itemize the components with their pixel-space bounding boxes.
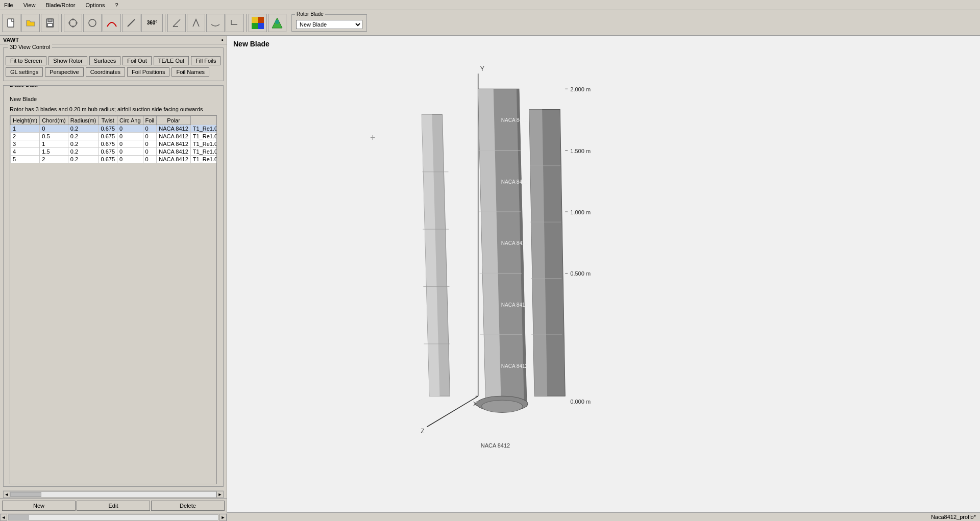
curve2-btn[interactable]: [122, 14, 140, 32]
table-cell: 1: [11, 125, 40, 133]
table-row[interactable]: 520.20.67500NACA 8412T1_Re1.000_M0...: [11, 156, 217, 163]
table-cell: 0: [143, 133, 157, 140]
scroll-right-btn[interactable]: ►: [216, 491, 224, 498]
new-file-btn[interactable]: [2, 14, 20, 32]
menu-view[interactable]: View: [21, 2, 38, 8]
col-foil: Foil: [143, 116, 157, 125]
table-cell: NACA 8412: [157, 133, 190, 140]
blade-selector[interactable]: New Blade: [296, 20, 362, 29]
foil-names-btn[interactable]: Foil Names: [172, 67, 209, 77]
new-btn[interactable]: New: [2, 501, 76, 511]
table-cell: T1_Re1.000_M0...: [190, 133, 217, 140]
status-text: Naca8412_proflo*: [931, 514, 976, 520]
table-row[interactable]: 100.20.67500NACA 8412T1_Re1.000_M0...: [11, 125, 217, 133]
right-panel: New Blade + Y X Z: [227, 36, 980, 521]
foil-btn1[interactable]: [167, 14, 186, 32]
table-cell: 0.675: [99, 133, 117, 140]
delete-btn[interactable]: Delete: [151, 501, 225, 511]
table-cell: 0: [117, 125, 143, 133]
360-btn[interactable]: 360°: [141, 14, 163, 32]
view-btn-row1: Fit to Screen Show Rotor Surfaces Foil O…: [6, 56, 221, 65]
blade-table-wrapper: Height(m) Chord(m) Radius(m) Twist Circ …: [10, 115, 217, 484]
panel-title: VAWT: [3, 37, 19, 43]
menu-blade-rotor[interactable]: Blade/Rotor: [43, 2, 77, 8]
svg-line-21: [427, 396, 478, 427]
blade-table-body: 100.20.67500NACA 8412T1_Re1.000_M0...20.…: [11, 125, 217, 163]
col-chord: Chord(m): [40, 116, 68, 125]
svg-point-44: [482, 400, 523, 412]
panel-close-btn[interactable]: ▪: [222, 37, 224, 43]
table-cell: 3: [11, 140, 40, 148]
svg-rect-2: [48, 19, 52, 21]
svg-text:Y: Y: [480, 65, 484, 72]
svg-point-17: [275, 20, 279, 24]
gl-settings-btn[interactable]: GL settings: [6, 67, 43, 77]
panel-bottom-scroll: ◄ ►: [0, 513, 227, 521]
foil-positions-btn[interactable]: Foil Positions: [127, 67, 169, 77]
curve1-btn[interactable]: [103, 14, 121, 32]
show-rotor-btn[interactable]: Show Rotor: [48, 56, 87, 65]
h-scrollbar-track[interactable]: [10, 491, 216, 498]
coordinates-btn[interactable]: Coordinates: [86, 67, 125, 77]
table-cell: 4: [11, 148, 40, 156]
color2-btn[interactable]: [268, 14, 286, 32]
col-height: Height(m): [11, 116, 40, 125]
table-cell: 0.675: [99, 125, 117, 133]
circle-btn[interactable]: [83, 14, 102, 32]
panel-scroll-right[interactable]: ►: [219, 514, 227, 521]
menu-file[interactable]: File: [2, 2, 15, 8]
table-cell: 0: [117, 140, 143, 148]
view-btn-row2: GL settings Perspective Coordinates Foil…: [6, 67, 221, 77]
menu-help[interactable]: ?: [113, 2, 120, 8]
te-le-out-btn[interactable]: TE/LE Out: [154, 56, 189, 65]
table-cell: 0.2: [68, 148, 99, 156]
table-row[interactable]: 20.50.20.67500NACA 8412T1_Re1.000_M0...: [11, 133, 217, 140]
blade-table: Height(m) Chord(m) Radius(m) Twist Circ …: [10, 116, 217, 163]
table-cell: 0.2: [68, 156, 99, 163]
h-scrollbar: ◄ ►: [3, 490, 224, 498]
svg-rect-0: [8, 19, 14, 27]
color1-btn[interactable]: [249, 14, 267, 32]
table-cell: 0.2: [68, 133, 99, 140]
svg-text:0.000 m: 0.000 m: [570, 399, 591, 405]
save-file-btn[interactable]: [41, 14, 59, 32]
svg-rect-15: [252, 23, 258, 29]
fit-to-screen-btn[interactable]: Fit to Screen: [6, 56, 46, 65]
crosshair-btn[interactable]: [64, 14, 82, 32]
table-cell: 0.5: [40, 133, 68, 140]
svg-line-11: [173, 19, 180, 27]
panel-scroll-left[interactable]: ◄: [0, 514, 7, 521]
table-row[interactable]: 310.20.67500NACA 8412T1_Re1.000_M0...: [11, 140, 217, 148]
table-cell: 2: [40, 156, 68, 163]
col-twist: Twist: [99, 116, 117, 125]
blade-visualization: Y X Z: [227, 36, 980, 521]
table-header-row: Height(m) Chord(m) Radius(m) Twist Circ …: [11, 116, 217, 125]
svg-text:1.000 m: 1.000 m: [570, 209, 591, 215]
table-row[interactable]: 41.50.20.67500NACA 8412T1_Re1.000_M0...: [11, 148, 217, 156]
table-cell: T1_Re1.000_M0...: [190, 156, 217, 163]
table-cell: 2: [11, 133, 40, 140]
surfaces-btn[interactable]: Surfaces: [89, 56, 120, 65]
perspective-btn[interactable]: Perspective: [45, 67, 83, 77]
panel-title-bar: VAWT ▪: [0, 36, 227, 44]
status-bar: Naca8412_proflo*: [227, 512, 980, 521]
menu-options[interactable]: Options: [83, 2, 107, 8]
open-file-btn[interactable]: [21, 14, 40, 32]
svg-text:NACA 8412: NACA 8412: [501, 179, 528, 185]
toolbar-sep-1: [61, 14, 62, 32]
table-cell: T1_Re1.000_M0...: [190, 140, 217, 148]
table-cell: NACA 8412: [157, 140, 190, 148]
left-panel: VAWT ▪ 3D View Control Fit to Screen Sho…: [0, 36, 227, 521]
fill-foils-btn[interactable]: Fill Foils: [191, 56, 220, 65]
svg-rect-16: [258, 23, 264, 29]
foil-btn4[interactable]: [226, 14, 244, 32]
menu-bar: File View Blade/Rotor Options ?: [0, 0, 980, 10]
table-cell: 0: [40, 125, 68, 133]
foil-btn3[interactable]: [206, 14, 225, 32]
foil-btn2[interactable]: [187, 14, 205, 32]
col-polar: Polar: [157, 116, 190, 125]
edit-btn[interactable]: Edit: [77, 501, 150, 511]
scroll-left-btn[interactable]: ◄: [3, 491, 10, 498]
foil-out-btn[interactable]: Foil Out: [122, 56, 152, 65]
table-cell: NACA 8412: [157, 125, 190, 133]
